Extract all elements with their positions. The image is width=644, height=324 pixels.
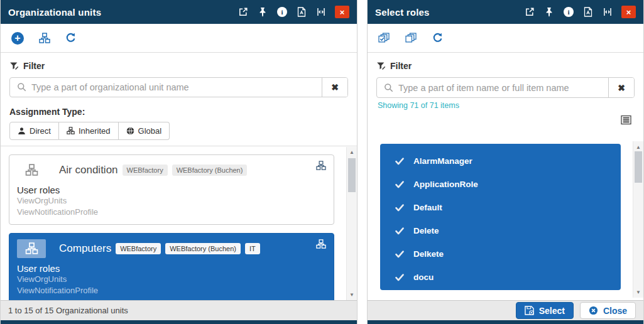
assignment-direct-button[interactable]: Direct (9, 122, 59, 140)
org-unit-name: Computers (59, 242, 111, 255)
unit-role: ViewNotificationProfile (17, 285, 326, 296)
resize-horizontal-icon[interactable] (602, 6, 613, 18)
select-roles-panel: Select roles i × (367, 0, 644, 324)
close-icon[interactable]: × (335, 6, 349, 18)
role-item[interactable]: AlarmManager (380, 149, 621, 173)
role-item[interactable]: Delete (380, 219, 621, 242)
pin-icon[interactable] (257, 6, 268, 18)
refresh-icon[interactable] (65, 33, 76, 43)
hierarchy-icon[interactable] (316, 161, 326, 170)
assignment-type-label: Assignment Type: (1, 97, 357, 117)
check-icon (395, 158, 404, 165)
panel-header: Select roles i × (368, 0, 643, 24)
search-box: ✖ (9, 77, 348, 97)
role-name: ApplicationRole (413, 180, 478, 189)
open-new-window-icon[interactable] (524, 6, 535, 18)
check-icon (395, 251, 404, 258)
unit-role: ViewOrgUnits (17, 195, 326, 207)
unit-badge: WEBfactory (116, 243, 161, 254)
resize-horizontal-icon[interactable] (315, 6, 327, 18)
select-button[interactable]: Select (516, 302, 574, 319)
list-view-icon[interactable] (621, 115, 631, 125)
search-icon (10, 78, 31, 97)
role-item[interactable]: Delkete (380, 242, 621, 266)
list-view-row (368, 110, 643, 125)
unit-section-title: User roles (17, 263, 326, 274)
select-all-icon[interactable] (378, 33, 390, 43)
role-item[interactable]: docu (380, 266, 621, 289)
unit-role: ViewNotificationProfile (17, 207, 326, 218)
role-item[interactable]: ApplicationRole (380, 173, 621, 196)
role-search-input[interactable] (398, 78, 608, 97)
role-name: Default (413, 203, 442, 212)
role-name: AlarmManager (413, 156, 472, 166)
pdf-export-icon[interactable] (582, 6, 594, 18)
filter-label: Filter (23, 61, 45, 71)
check-icon (395, 181, 404, 188)
sitemap-icon (67, 127, 75, 134)
org-unit-badges: WEBfactoryWEBfactory (Buchen)IT (111, 243, 260, 254)
close-circle-icon (589, 306, 598, 315)
org-unit-list: Air conditionWEBfactoryWEBfactory (Buche… (1, 146, 357, 300)
page-title: Organizational units (8, 7, 101, 18)
bottom-strip (368, 320, 643, 324)
scroll-down-icon[interactable]: ▼ (347, 290, 357, 299)
roles-footer: Select Close (368, 300, 643, 320)
roles-list: AlarmManagerApplicationRoleDefaultDelete… (380, 144, 621, 290)
filter-row: Filter (368, 53, 643, 71)
close-button[interactable]: Close (580, 302, 636, 319)
check-icon (395, 227, 404, 235)
user-icon (18, 127, 26, 135)
add-org-unit-icon[interactable]: + (11, 32, 24, 45)
header-icons: i × (237, 6, 349, 18)
refresh-icon[interactable] (432, 33, 443, 43)
org-tree-icon[interactable] (39, 33, 50, 43)
info-icon[interactable]: i (276, 6, 288, 18)
roles-scrollbar[interactable]: ▲ ▼ (633, 141, 643, 298)
pagination-status: 1 to 15 of 15 Organizational units (8, 306, 128, 315)
org-units-footer: 1 to 15 of 15 Organizational units (1, 300, 357, 320)
filter-icon (376, 62, 386, 71)
clear-search-button[interactable]: ✖ (608, 78, 634, 97)
hierarchy-icon[interactable] (316, 239, 326, 249)
role-item[interactable]: Default (380, 196, 621, 219)
search-icon (377, 78, 398, 97)
open-new-window-icon[interactable] (237, 6, 249, 18)
check-icon (395, 204, 404, 212)
role-name: Delkete (413, 249, 444, 259)
assignment-inherited-button[interactable]: Inherited (59, 122, 119, 140)
bottom-strip (1, 320, 357, 324)
pdf-export-icon[interactable] (296, 6, 307, 18)
unit-badge: WEBfactory (Buchen) (165, 243, 241, 254)
scroll-thumb[interactable] (348, 158, 356, 192)
unit-section-title: User roles (17, 185, 326, 195)
org-unit-icon (17, 239, 46, 258)
search-box: ✖ (376, 77, 635, 98)
unit-role: ViewOrgUnits (17, 274, 326, 285)
org-unit-search-input[interactable] (31, 78, 322, 97)
org-unit-card[interactable]: ComputersWEBfactoryWEBfactory (Buchen)IT… (9, 233, 334, 300)
org-unit-badges: WEBfactoryWEBfactory (Buchen) (118, 165, 248, 176)
scroll-up-icon[interactable]: ▲ (633, 143, 643, 151)
scroll-up-icon[interactable]: ▲ (347, 148, 357, 157)
scroll-thumb[interactable] (635, 151, 642, 183)
close-icon[interactable]: × (621, 6, 636, 18)
org-unit-scrollbar[interactable]: ▲ ▼ (346, 147, 357, 300)
scroll-down-icon[interactable]: ▼ (633, 288, 643, 296)
assignment-type-group: Direct Inherited Global (9, 122, 348, 140)
toolbar: + (1, 24, 357, 53)
deselect-all-icon[interactable] (405, 33, 417, 43)
filter-icon (9, 62, 19, 71)
info-icon[interactable]: i (563, 6, 574, 18)
filter-label: Filter (390, 61, 412, 71)
clear-search-button[interactable]: ✖ (322, 78, 347, 97)
assignment-global-button[interactable]: Global (119, 122, 170, 140)
save-select-icon (525, 306, 534, 315)
check-icon (395, 274, 404, 281)
pin-icon[interactable] (543, 6, 555, 18)
showing-items-status: Showing 71 of 71 items (378, 101, 633, 110)
toolbar (368, 24, 643, 53)
org-unit-card[interactable]: Air conditionWEBfactoryWEBfactory (Buche… (9, 154, 334, 225)
panel-header: Organizational units i × (1, 0, 357, 24)
role-name: docu (413, 273, 434, 282)
